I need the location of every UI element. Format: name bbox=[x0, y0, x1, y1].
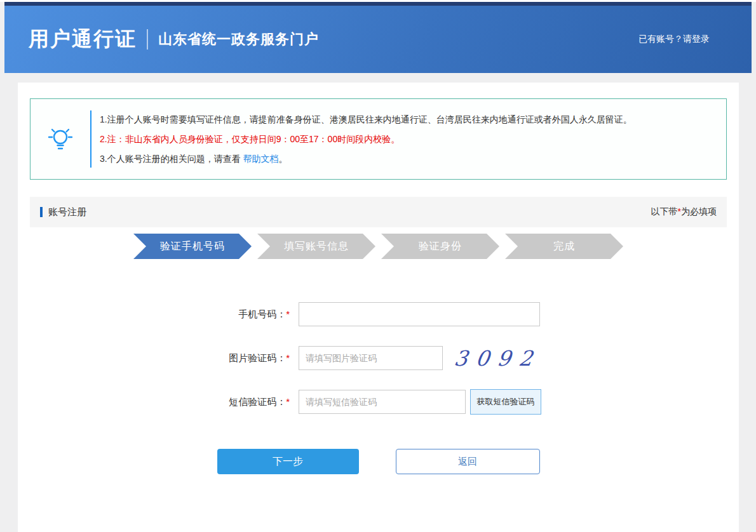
required-note-prefix: 以下带 bbox=[651, 206, 678, 216]
step-finish: 完成 bbox=[505, 234, 623, 259]
phone-label: 手机号码：* bbox=[210, 309, 290, 321]
sms-label: 短信验证码：* bbox=[210, 396, 290, 408]
lightbulb-icon bbox=[30, 124, 90, 154]
step-verify-identity: 验证身份 bbox=[381, 234, 499, 259]
back-button[interactable]: 返回 bbox=[396, 449, 540, 474]
section-marker bbox=[40, 207, 43, 217]
content-card: 1.注册个人账号时需要填写证件信息，请提前准备身份证、港澳居民往来内地通行证、台… bbox=[18, 83, 739, 532]
sms-input[interactable] bbox=[299, 390, 466, 414]
required-note-suffix: 为必填项 bbox=[681, 206, 717, 216]
captcha-label-text: 图片验证码： bbox=[229, 352, 286, 363]
section-title: 账号注册 bbox=[48, 206, 86, 218]
brand-subtitle: 山东省统一政务服务门户 bbox=[158, 30, 319, 49]
captcha-row: 图片验证码：* 3092 bbox=[210, 345, 541, 371]
brand-title: 用户通行证 bbox=[29, 25, 137, 53]
phone-required-star: * bbox=[286, 309, 290, 319]
step-fill-account-info: 填写账号信息 bbox=[257, 234, 375, 259]
notice-line-2: 2.注：非山东省内人员身份验证，仅支持日间9：00至17：00时间段内校验。 bbox=[100, 130, 632, 149]
notice-line-3-text: 3.个人账号注册的相关问题，请查看 bbox=[100, 154, 243, 164]
sms-required-star: * bbox=[286, 396, 290, 407]
captcha-input[interactable] bbox=[299, 346, 443, 370]
phone-label-text: 手机号码： bbox=[238, 309, 286, 319]
registration-form: 手机号码：* 图片验证码：* 3092 短信验证码：* 获取短信验证码 bbox=[210, 302, 541, 433]
phone-input[interactable] bbox=[299, 302, 540, 326]
sms-label-text: 短信验证码： bbox=[229, 396, 286, 407]
captcha-image[interactable]: 3092 bbox=[452, 346, 542, 371]
login-link[interactable]: 已有账号？请登录 bbox=[638, 34, 710, 45]
help-doc-link[interactable]: 帮助文档 bbox=[243, 154, 279, 164]
get-sms-code-button[interactable]: 获取短信验证码 bbox=[470, 389, 541, 415]
notice-line-1: 1.注册个人账号时需要填写证件信息，请提前准备身份证、港澳居民往来内地通行证、台… bbox=[100, 110, 632, 130]
page-header: 用户通行证 山东省统一政务服务门户 已有账号？请登录 bbox=[4, 6, 752, 73]
required-note: 以下带*为必填项 bbox=[651, 206, 717, 218]
section-bar: 账号注册 以下带*为必填项 bbox=[30, 197, 727, 227]
captcha-label: 图片验证码：* bbox=[210, 352, 290, 364]
form-actions: 下一步 返回 bbox=[18, 449, 739, 474]
notice-line-3: 3.个人账号注册的相关问题，请查看 帮助文档。 bbox=[100, 149, 632, 169]
next-step-button[interactable]: 下一步 bbox=[217, 449, 359, 474]
brand-divider bbox=[147, 29, 148, 50]
sms-row: 短信验证码：* 获取短信验证码 bbox=[210, 389, 541, 415]
captcha-required-star: * bbox=[286, 352, 290, 363]
step-verify-phone: 验证手机号码 bbox=[133, 234, 252, 259]
notice-line-3-suffix: 。 bbox=[279, 154, 288, 164]
notice-box: 1.注册个人账号时需要填写证件信息，请提前准备身份证、港澳居民往来内地通行证、台… bbox=[30, 98, 727, 180]
phone-row: 手机号码：* bbox=[210, 302, 541, 327]
step-indicator: 验证手机号码 填写账号信息 验证身份 完成 bbox=[18, 234, 739, 259]
